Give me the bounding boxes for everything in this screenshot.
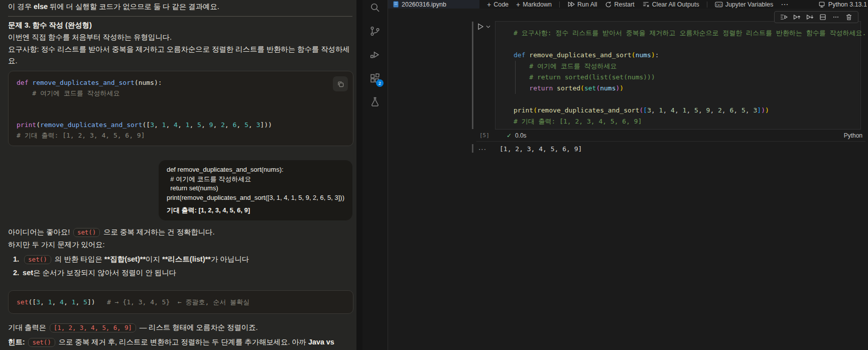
cell-status-bar: [5] ✓ 0.0s Python <box>476 130 865 142</box>
extensions-badge: 2 <box>376 79 384 87</box>
test-beaker-icon <box>369 96 381 108</box>
copy-icon <box>337 80 344 88</box>
code-block-problem: def remove_duplicates_and_sort(nums): # … <box>8 71 353 146</box>
list-item: 1. set() 의 반환 타입은 **집합(set)**이지 **리스트(li… <box>13 253 352 266</box>
add-code-cell-button[interactable]: + Code <box>487 1 509 8</box>
sidebar-item-extensions[interactable]: 2 <box>363 66 387 90</box>
copy-button[interactable] <box>333 76 348 91</box>
variables-icon: (x) <box>715 1 723 8</box>
restart-icon <box>605 1 612 8</box>
code-content: def remove_duplicates_and_sort(nums): # … <box>17 77 345 141</box>
problem-heading: 문제 3. 함수 작성 (완성형) <box>8 20 352 31</box>
run-all-icon <box>567 1 575 8</box>
list-marker: 1. <box>13 253 19 266</box>
run-by-line-icon <box>780 13 788 21</box>
cell-focus-indicator <box>472 22 473 129</box>
run-by-line-button[interactable] <box>777 12 790 23</box>
cell-toolbar <box>774 11 858 23</box>
run-all-button[interactable]: Run All <box>567 1 597 8</box>
tab-label: 20260316.ipynb <box>402 1 446 8</box>
code-cell[interactable]: # 요구사항: 정수 리스트를 받아서 중복을 제거하고 오름차순으로 정렬한 … <box>495 21 861 130</box>
notebook-editor: 20260316.ipynb + Code + Markdown Run All <box>388 0 868 350</box>
execute-above-button[interactable] <box>790 12 803 23</box>
code-block-set-example: set([3, 1, 4, 1, 5]) # → {1, 3, 4, 5} ← … <box>8 290 353 314</box>
toolbar-separator <box>707 2 707 8</box>
notebook-toolbar: + Code + Markdown Run All <box>487 0 868 9</box>
plus-icon: + <box>487 1 491 8</box>
output-text: [1, 2, 3, 4, 5, 6, 9] <box>500 145 582 153</box>
jupyter-variables-button[interactable]: (x) Jupyter Variables <box>715 1 774 8</box>
restart-kernel-button[interactable]: Restart <box>605 1 635 8</box>
more-actions-icon <box>832 13 840 21</box>
more-cell-actions-button[interactable] <box>829 12 842 23</box>
problem-list: 1. set() 의 반환 타입은 **집합(set)**이지 **리스트(li… <box>13 253 352 279</box>
screenshot-root: 이 경우 else 뒤에 더 실행할 코드가 없으므로 둘 다 같은 결과예요.… <box>0 0 868 350</box>
section-divider <box>8 16 352 17</box>
activity-bar: 2 <box>362 0 388 350</box>
run-cell-button[interactable] <box>476 23 490 31</box>
execution-count: [5] <box>476 132 489 139</box>
add-markdown-cell-button[interactable]: + Markdown <box>516 1 552 8</box>
add-code-label: Code <box>493 1 509 8</box>
sidebar-item-source-control[interactable] <box>363 19 387 43</box>
add-markdown-label: Markdown <box>523 1 552 8</box>
kernel-icon <box>818 1 825 8</box>
svg-text:(x): (x) <box>715 2 722 7</box>
list-item-text: set은 순서가 보장되지 않아서 정렬이 안 됩니다 <box>23 266 176 279</box>
notebook-topbar: 20260316.ipynb + Code + Markdown Run All <box>388 0 868 9</box>
tab-notebook-file[interactable]: 20260316.ipynb <box>388 0 479 9</box>
delete-cell-icon <box>845 13 853 21</box>
kernel-picker[interactable]: Python 3.13.1 <box>818 1 868 8</box>
success-check-icon: ✓ <box>507 132 512 139</box>
variables-label: Jupyter Variables <box>725 1 774 8</box>
clear-outputs-label: Clear All Outputs <box>652 1 699 8</box>
code-content: set([3, 1, 4, 1, 5]) # → {1, 3, 4, 5} ← … <box>17 297 345 307</box>
panel-gap <box>356 0 362 350</box>
split-cell-button[interactable] <box>816 12 829 23</box>
clear-outputs-icon <box>642 1 650 8</box>
chat-panel: 이 경우 else 뒤에 더 실행할 코드가 없으므로 둘 다 같은 결과예요.… <box>0 0 356 350</box>
list-item: 2. set은 순서가 보장되지 않아서 정렬이 안 됩니다 <box>13 266 352 279</box>
chat-paragraph: 이번엔 직접 함수를 처음부터 작성하는 유형입니다. <box>8 32 352 43</box>
split-cell-icon <box>819 13 827 21</box>
chat-paragraph-feedback: 아이디어는 좋아요! set() 으로 중복 제거하는 건 정확합니다. <box>8 226 352 238</box>
source-control-icon <box>369 25 381 37</box>
indent-guide <box>515 61 516 94</box>
execute-below-button[interactable] <box>803 12 816 23</box>
chat-paragraph-hint: 힌트: set() 으로 중복 제거 후, 리스트로 변환하고 정렬하는 두 단… <box>8 336 352 350</box>
sidebar-item-testing[interactable] <box>363 90 387 113</box>
execute-below-icon <box>806 13 814 21</box>
more-actions-button[interactable]: ⋯ <box>781 0 789 9</box>
cell-output: ··· [1, 2, 3, 4, 5, 6, 9] <box>476 143 582 155</box>
delete-cell-button[interactable] <box>842 12 855 23</box>
restart-label: Restart <box>614 1 635 8</box>
search-icon <box>369 2 381 14</box>
user-message-bubble: def remove_duplicates_and_sort(nums): # … <box>159 160 352 220</box>
chat-paragraph-intro: 이 경우 else 뒤에 더 실행할 코드가 없으므로 둘 다 같은 결과예요. <box>8 1 352 13</box>
toolbar-separator <box>559 2 560 8</box>
clear-all-outputs-button[interactable]: Clear All Outputs <box>642 1 699 8</box>
notebook-file-icon <box>393 1 399 8</box>
chat-paragraph-requirement: 요구사항: 정수 리스트를 받아서 중복을 제거하고 오름차순으로 정렬한 리스… <box>8 44 352 67</box>
more-actions-icon: ⋯ <box>781 0 789 9</box>
output-focus-indicator <box>472 144 473 153</box>
run-cell-icon <box>476 23 484 31</box>
chat-paragraph-expected: 기대 출력은 [1, 2, 3, 4, 5, 6, 9] — 리스트 형태에 오… <box>8 322 352 333</box>
output-options-icon[interactable]: ··· <box>476 145 486 153</box>
list-marker: 2. <box>13 266 19 279</box>
execution-duration: 0.0s <box>515 132 527 139</box>
chat-paragraph-problems: 하지만 두 가지 문제가 있어요: <box>8 239 352 251</box>
plus-icon: + <box>516 1 520 8</box>
kernel-label: Python 3.13.1 <box>828 1 867 8</box>
execute-above-icon <box>793 13 801 21</box>
run-debug-icon <box>369 49 381 61</box>
sidebar-item-run-debug[interactable] <box>363 43 387 66</box>
sidebar-item-search[interactable] <box>363 0 387 19</box>
cell-language-picker[interactable]: Python <box>844 132 865 139</box>
cell-editor[interactable]: # 요구사항: 정수 리스트를 받아서 중복을 제거하고 오름차순으로 정렬한 … <box>495 22 860 127</box>
run-all-label: Run All <box>577 1 597 8</box>
list-item-text: set() 의 반환 타입은 **집합(set)**이지 **리스트(list)… <box>23 253 249 266</box>
chevron-down-icon <box>486 25 490 29</box>
